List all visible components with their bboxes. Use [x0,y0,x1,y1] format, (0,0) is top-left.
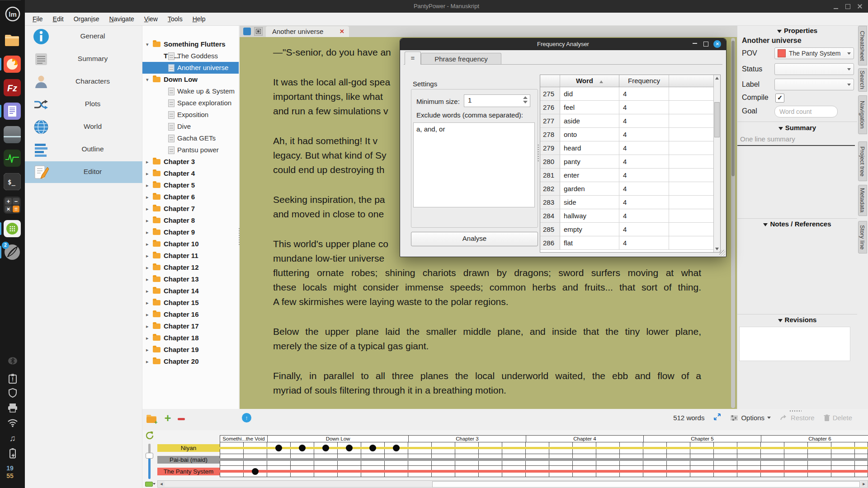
tab-close-icon[interactable]: ✕ [340,26,344,37]
expand-arrow-icon[interactable]: ▸ [146,273,151,285]
plot-point[interactable] [299,445,306,451]
compile-checkbox[interactable]: ✓ [775,94,784,103]
revisions-list[interactable] [739,327,850,361]
options-button[interactable]: Options [730,414,771,422]
tree-item[interactable]: ▸Chapter 13 [142,273,239,285]
side-tab-navigation[interactable]: Navigation [858,95,867,134]
expand-arrow-icon[interactable]: ▸ [146,297,151,309]
tree-item[interactable]: ▸Chapter 4 [142,168,239,179]
menu-item-view[interactable]: View [139,13,163,25]
menu-item-organise[interactable]: Organise [69,13,104,25]
expand-arrow-icon[interactable]: ▸ [146,332,151,344]
timeline-row-label[interactable]: Niyan [157,444,220,452]
spin-up-icon[interactable] [523,96,528,99]
timeline-row-label[interactable]: The Panty System [157,468,220,475]
table-row[interactable]: 286flat4 [540,236,713,250]
goal-input[interactable] [774,106,838,117]
tree-item[interactable]: Wake up & System [142,85,239,97]
expand-arrow-icon[interactable]: ▸ [146,285,151,297]
restore-button[interactable]: Restore [780,414,815,422]
printer-icon[interactable] [0,403,25,414]
sidebar-item-editor[interactable]: Editor [25,161,142,183]
tree-item[interactable]: ▸Chapter 5 [142,179,239,191]
manuskript-app-icon[interactable]: 2 [4,244,21,261]
menu-item-help[interactable]: Help [188,13,211,25]
sidebar-item-outline[interactable]: Outline [25,139,142,160]
tree-item[interactable]: ▸Chapter 11 [142,250,239,262]
clipboard-icon[interactable]: ! [0,373,25,385]
expand-arrow-icon[interactable]: ▾ [146,74,151,85]
horizontal-scrollbar[interactable]: ◄ ► [157,480,868,488]
pov-dropdown[interactable]: The Panty System [774,47,854,59]
side-tab-story-line[interactable]: Story line [858,221,867,253]
window-titlebar[interactable]: PantyPower - Manuskript [25,0,868,13]
dialog-titlebar[interactable]: Frequency Analyser [400,38,726,50]
table-row[interactable]: 279heard4 [540,141,713,155]
side-tab-project-tree[interactable]: Project tree [858,141,867,181]
summary-header[interactable]: Summary [737,124,857,131]
tab-phrase-frequency[interactable]: Phrase frequency [421,53,501,65]
scroll-up-button[interactable]: ↑ [242,413,251,422]
table-row[interactable]: 285empty4 [540,223,713,236]
add-plot-button[interactable]: + [163,413,172,423]
filezilla-icon[interactable]: Fz [4,79,21,96]
zoom-slider-thumb[interactable] [146,453,153,459]
tree-item[interactable]: ▾Something Flutters Thr... [142,38,239,50]
shield-icon[interactable] [0,388,25,400]
table-row[interactable]: 281enter4 [540,169,713,182]
dialog-splitter-handle[interactable] [538,145,539,163]
side-tab-cheatsheet[interactable]: Cheatsheet [858,26,867,66]
display-toggle[interactable] [145,482,153,487]
expand-arrow-icon[interactable]: ▸ [146,356,151,367]
status-dropdown[interactable] [774,63,854,75]
revisions-header[interactable]: Revisions [737,316,857,324]
column-header-frequency[interactable]: Frequency [619,75,669,87]
expand-arrow-icon[interactable]: ▾ [146,38,151,50]
properties-header[interactable]: Properties [737,27,857,34]
battery-icon[interactable] [0,448,25,460]
table-row[interactable]: 280panty4 [540,155,713,169]
menu-item-file[interactable]: File [28,13,48,25]
tree-item[interactable]: Pantsu power [142,144,239,156]
expand-arrow-icon[interactable]: ▸ [146,203,151,215]
table-row[interactable]: 276feel4 [540,101,713,114]
sidebar-item-world[interactable]: World [25,116,142,138]
expand-arrow-icon[interactable]: ▸ [146,250,151,262]
expand-arrow-icon[interactable]: ▸ [146,320,151,332]
tree-item[interactable]: ▸Chapter 20 [142,356,239,367]
tree-item[interactable]: ▸Chapter 8 [142,215,239,226]
analyse-button[interactable]: Analyse [411,232,538,246]
exclude-words-textarea[interactable]: a, and, or [413,122,535,207]
plot-point[interactable] [275,445,282,451]
summary-input[interactable]: One line summary [740,135,795,143]
tab-another-universe[interactable]: Another universe ✕ [266,26,349,37]
tree-item[interactable]: ▸Chapter 7 [142,203,239,215]
tree-item[interactable]: ▸Chapter 10 [142,238,239,250]
tree-item[interactable]: Dive [142,121,239,132]
minimize-icon[interactable] [834,4,840,10]
mint-menu-icon[interactable]: lm [4,5,21,22]
tree-item[interactable]: ▸Chapter 19 [142,344,239,356]
delete-button[interactable]: Delete [824,414,852,422]
tree-item[interactable]: ▸Chapter 16 [142,309,239,320]
tree-item[interactable]: Gacha GETs [142,132,239,144]
table-row[interactable]: 284hallway4 [540,209,713,223]
tree-item[interactable]: ▸Chapter 18 [142,332,239,344]
plot-point[interactable] [346,445,353,451]
tree-item[interactable]: Space exploration [142,97,239,109]
side-tab-search[interactable]: Search [858,68,867,92]
file-manager-icon[interactable] [4,32,21,49]
timeline-row-label[interactable]: Pai-bai (maid) [157,456,220,464]
bluetooth-icon[interactable] [0,357,25,366]
menu-item-navigate[interactable]: Navigate [104,13,139,25]
terminal-icon[interactable]: $_ [4,173,21,190]
app-launcher-icon[interactable] [4,220,21,237]
scroll-right-icon[interactable]: ► [861,481,867,487]
plot-point[interactable] [322,445,329,451]
expand-arrow-icon[interactable]: ▸ [146,215,151,226]
minimum-size-input[interactable] [467,96,519,104]
screen-app-icon[interactable] [4,126,21,143]
expand-arrow-icon[interactable]: ▸ [146,344,151,356]
document-color-icon[interactable] [243,28,251,35]
table-row[interactable]: 275did4 [540,87,713,101]
